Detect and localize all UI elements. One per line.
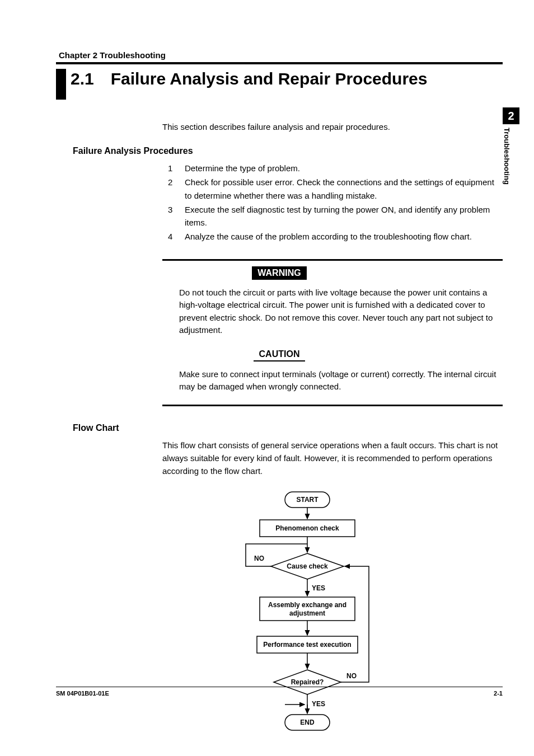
section-number: 2.1 — [71, 69, 94, 89]
side-tab: 2 Troubleshooting — [503, 107, 519, 185]
flow-end: END — [300, 719, 315, 726]
side-tab-number: 2 — [503, 107, 519, 124]
flow-no-1: NO — [254, 555, 264, 562]
chapter-rule — [56, 62, 503, 64]
list-item-text: Execute the self diagnostic test by turn… — [185, 203, 497, 229]
intro-text: This section describes failure analysis … — [162, 122, 503, 132]
flow-exchange-2: adjustment — [289, 609, 325, 617]
flow-yes-1: YES — [312, 584, 325, 592]
list-item-number: 1 — [168, 162, 185, 175]
list-item: 4 Analyze the cause of the problem accor… — [168, 230, 497, 243]
warning-top-rule — [162, 259, 503, 261]
flowchart-svg: START Phenomenon check Cause check NO YE… — [221, 491, 394, 737]
list-item: 3 Execute the self diagnostic test by tu… — [168, 203, 497, 229]
flow-repaired: Repaired? — [291, 678, 324, 686]
procedures-list: 1 Determine the type of problem. 2 Check… — [168, 162, 497, 243]
flow-cause: Cause check — [287, 562, 328, 570]
flow-no-2: NO — [346, 672, 357, 680]
caution-label: CAUTION — [254, 348, 306, 361]
list-item-number: 2 — [168, 176, 185, 202]
list-item: 2 Check for possible user error. Check t… — [168, 176, 497, 202]
section-title-bar — [56, 69, 66, 100]
procedures-heading: Failure Analysis Procedures — [73, 146, 503, 156]
footer-left: SM 04P01B01-01E — [56, 690, 109, 697]
list-item-text: Check for possible user error. Check the… — [185, 176, 497, 202]
flow-exchange-1: Assembly exchange and — [268, 601, 346, 609]
list-item-number: 4 — [168, 230, 185, 243]
page-footer: SM 04P01B01-01E 2-1 — [56, 687, 503, 697]
section-title: Failure Analysis and Repair Procedures — [111, 69, 428, 89]
flow-start: START — [296, 496, 318, 504]
list-item-number: 3 — [168, 203, 185, 229]
list-item-text: Determine the type of problem. — [185, 162, 497, 175]
list-item: 1 Determine the type of problem. — [168, 162, 497, 175]
footer-right: 2-1 — [494, 690, 503, 697]
flow-phenomenon: Phenomenon check — [275, 524, 339, 532]
caution-text: Make sure to connect input terminals (vo… — [179, 368, 497, 393]
caution-label-row: CAUTION — [56, 348, 503, 361]
side-tab-title: Troubleshooting — [503, 128, 511, 185]
warning-bottom-rule — [162, 405, 503, 406]
flowchart-heading: Flow Chart — [73, 423, 503, 433]
flowchart: START Phenomenon check Cause check NO YE… — [112, 491, 503, 737]
flow-perf: Performance test execution — [263, 641, 351, 649]
flowchart-intro: This flow chart consists of general serv… — [162, 439, 503, 478]
warning-label: WARNING — [252, 266, 306, 280]
page: Chapter 2 Troubleshooting 2.1 Failure An… — [0, 0, 534, 756]
chapter-header: Chapter 2 Troubleshooting — [59, 50, 503, 60]
warning-text: Do not touch the circuit or parts with l… — [179, 287, 497, 337]
list-item-text: Analyze the cause of the problem accordi… — [185, 230, 497, 243]
warning-label-row: WARNING — [56, 266, 503, 280]
flow-yes-2: YES — [312, 700, 325, 708]
section-title-row: 2.1 Failure Analysis and Repair Procedur… — [56, 69, 503, 100]
